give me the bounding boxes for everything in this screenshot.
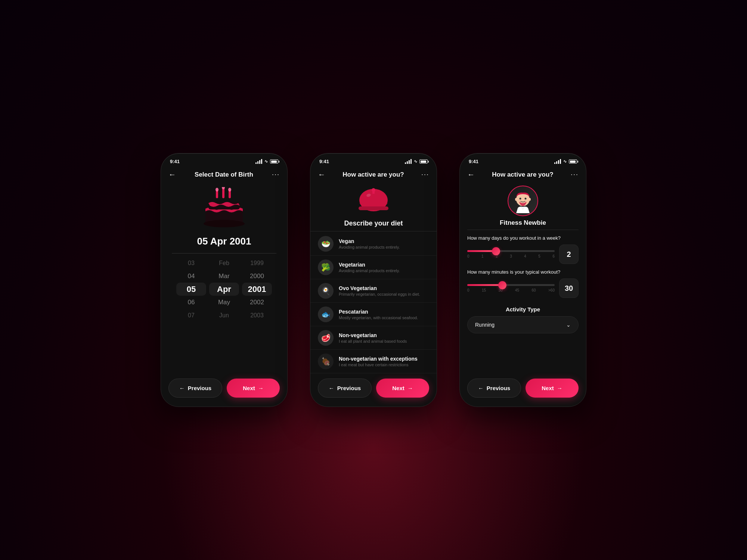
activity-type-heading: Activity Type (467, 306, 579, 312)
activity-type-selected: Running (475, 322, 495, 328)
phone-activity: 9:41 ∿ ← How active are you? ··· (459, 153, 586, 407)
workout-days-section: How many days do you workout in a week? … (467, 235, 579, 264)
wifi-icon-3: ∿ (563, 159, 567, 164)
signal-icon-1 (255, 159, 262, 164)
next-button-3[interactable]: Next → (526, 379, 579, 398)
month-column[interactable]: Feb Mar Apr May Jun (209, 256, 239, 322)
year-item[interactable]: 2002 (242, 296, 272, 309)
battery-icon-3 (569, 159, 577, 164)
prev-arrow-2: ← (329, 385, 334, 391)
diet-name-nonveg: Non-vegetarian (339, 332, 407, 338)
svg-point-7 (204, 220, 245, 227)
diet-item-ovo[interactable]: 🍳 Ovo Vegetarian Primarily vegetarian, o… (310, 279, 437, 303)
back-button-3[interactable]: ← (467, 170, 475, 179)
day-item[interactable]: 03 (176, 256, 206, 270)
next-button-2[interactable]: Next → (376, 379, 429, 398)
year-item[interactable]: 1999 (242, 256, 272, 270)
back-button-2[interactable]: ← (318, 170, 325, 179)
signal-icon-3 (554, 159, 561, 164)
diet-desc-ovo: Primarily vegetarian, occasional eggs in… (339, 292, 420, 296)
month-item[interactable]: Feb (209, 256, 239, 270)
time-1: 9:41 (170, 159, 180, 164)
year-item[interactable]: 2000 (242, 270, 272, 283)
diet-desc-nonveg-exc: I eat meat but have certain restrictions (339, 363, 418, 367)
more-button-3[interactable]: ··· (571, 171, 579, 178)
workout-minutes-thumb[interactable] (498, 281, 506, 289)
month-item[interactable]: Jun (209, 309, 239, 322)
phones-container: 9:41 ∿ ← Select Date of Birth ··· (161, 153, 586, 407)
diet-item-nonveg[interactable]: 🥩 Non-vegetarian I eat all plant and ani… (310, 326, 437, 350)
diet-desc-pescatarian: Mostly vegetarian, with occasional seafo… (339, 315, 418, 320)
year-column[interactable]: 1999 2000 2001 2002 2003 (242, 256, 272, 322)
workout-minutes-track (467, 284, 555, 286)
nav-bar-2: ← How active are you? ··· (310, 167, 437, 183)
diet-name-nonveg-exc: Non-vegetarian with exceptions (339, 356, 418, 362)
date-picker[interactable]: 03 04 05 06 07 Feb Mar Apr May Jun 1999 … (168, 256, 280, 322)
cake-icon (202, 187, 247, 230)
diet-avatar-pescatarian: 🐟 (318, 307, 334, 322)
diet-content: Describe your diet 🥗 Vegan Avoiding anim… (310, 183, 437, 374)
signal-icon-2 (405, 159, 412, 164)
day-item-selected[interactable]: 05 (176, 283, 206, 296)
prev-arrow-3: ← (478, 385, 484, 391)
nav-bar-1: ← Select Date of Birth ··· (161, 167, 287, 183)
prev-arrow-1: ← (179, 385, 185, 391)
workout-minutes-value: 30 (559, 279, 579, 298)
month-item[interactable]: May (209, 296, 239, 309)
day-column[interactable]: 03 04 05 06 07 (176, 256, 206, 322)
diet-item-vegetarian[interactable]: 🥦 Vegetarian Avoiding animal products en… (310, 256, 437, 279)
more-button-1[interactable]: ··· (272, 171, 280, 178)
cloche-icon (357, 187, 390, 217)
page-title-3: How active are you? (475, 171, 571, 178)
previous-button-2[interactable]: ← Previous (318, 379, 372, 398)
workout-days-track (467, 250, 555, 252)
fitness-avatar (508, 186, 538, 216)
dob-content: 05 Apr 2001 03 04 05 06 07 Feb Mar Apr M… (161, 183, 287, 374)
previous-button-3[interactable]: ← Previous (467, 379, 521, 398)
next-arrow-3: → (557, 385, 562, 391)
phone-dob: 9:41 ∿ ← Select Date of Birth ··· (161, 153, 288, 407)
diet-desc-vegetarian: Avoiding animal products entirely. (339, 268, 400, 273)
status-bar-3: 9:41 ∿ (460, 153, 586, 167)
workout-days-label: How many days do you workout in a week? (467, 235, 579, 241)
chevron-down-icon: ⌄ (566, 322, 571, 328)
fitness-level-label: Fitness Newbie (467, 219, 579, 227)
year-item[interactable]: 2003 (242, 309, 272, 322)
time-3: 9:41 (469, 159, 478, 164)
diet-avatar-nonveg-exc: 🍖 (318, 354, 334, 369)
diet-desc-nonveg: I eat all plant and animal based foods (339, 339, 407, 343)
page-title-1: Select Date of Birth (176, 171, 272, 178)
more-button-2[interactable]: ··· (421, 171, 429, 178)
workout-minutes-section: How many minutes is your typical workout… (467, 269, 579, 298)
day-item[interactable]: 06 (176, 296, 206, 309)
svg-rect-1 (222, 188, 224, 198)
status-icons-2: ∿ (405, 159, 428, 164)
back-button-1[interactable]: ← (168, 170, 176, 179)
previous-button-1[interactable]: ← Previous (168, 379, 222, 398)
fitness-avatar-container (467, 186, 579, 216)
month-item-selected[interactable]: Apr (209, 283, 239, 296)
day-item[interactable]: 07 (176, 309, 206, 322)
status-bar-2: 9:41 ∿ (310, 153, 437, 167)
svg-point-15 (515, 198, 517, 201)
diet-item-nonveg-exc[interactable]: 🍖 Non-vegetarian with exceptions I eat m… (310, 350, 437, 373)
bottom-buttons-2: ← Previous Next → (310, 374, 437, 407)
diet-name-vegetarian: Vegetarian (339, 262, 400, 268)
day-item[interactable]: 04 (176, 270, 206, 283)
phone-diet: 9:41 ∿ ← How active are you? ··· (310, 153, 437, 407)
diet-list: 🥗 Vegan Avoiding animal products entirel… (310, 232, 437, 374)
diet-item-pescatarian[interactable]: 🐟 Pescatarian Mostly vegetarian, with oc… (310, 303, 437, 326)
year-item-selected[interactable]: 2001 (242, 283, 272, 296)
next-button-1[interactable]: Next → (227, 379, 280, 398)
svg-rect-12 (372, 190, 375, 194)
workout-minutes-label: How many minutes is your typical workout… (467, 269, 579, 275)
activity-divider (467, 230, 579, 230)
diet-item-vegan[interactable]: 🥗 Vegan Avoiding animal products entirel… (310, 232, 437, 256)
status-bar-1: 9:41 ∿ (161, 153, 287, 167)
next-arrow-1: → (258, 385, 264, 391)
month-item[interactable]: Mar (209, 270, 239, 283)
activity-type-dropdown[interactable]: Running ⌄ (467, 316, 579, 333)
svg-point-3 (216, 188, 218, 192)
diet-name-pescatarian: Pescatarian (339, 309, 418, 315)
workout-days-thumb[interactable] (492, 247, 500, 255)
